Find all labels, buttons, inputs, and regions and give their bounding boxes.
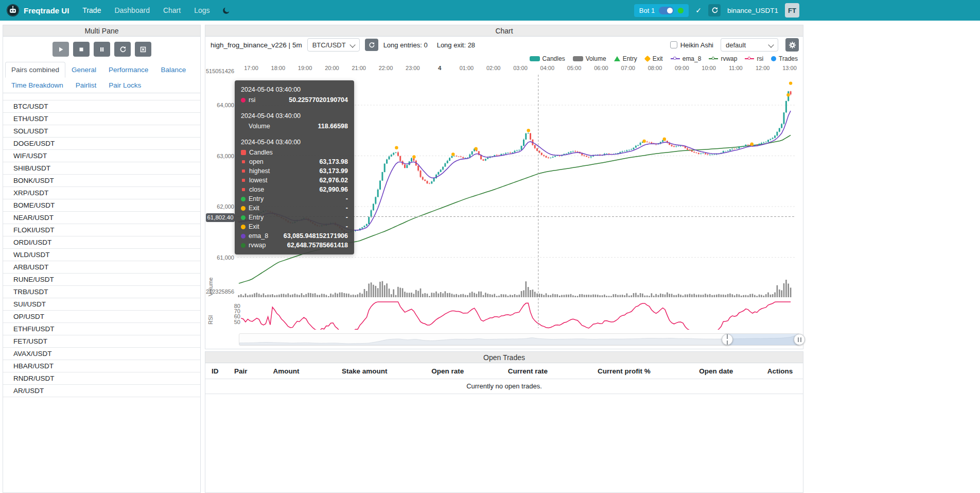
svg-text:4: 4 xyxy=(438,65,442,71)
pair-row[interactable]: XRP/USDT xyxy=(3,187,200,199)
col-actions[interactable]: Actions xyxy=(761,363,803,379)
forceexit-button[interactable] xyxy=(135,42,151,57)
nav-item[interactable]: Logs xyxy=(194,6,209,14)
pair-row[interactable]: SHIB/USDT xyxy=(3,162,200,175)
tab[interactable]: Pair Locks xyxy=(102,77,147,93)
legend-rsi[interactable]: rsi xyxy=(745,55,763,62)
datazoom-selection[interactable] xyxy=(727,334,799,345)
entry-marker-icon xyxy=(241,197,246,201)
reload-icon xyxy=(711,7,718,14)
exit-marker-icon xyxy=(241,225,246,229)
play-button[interactable] xyxy=(52,42,69,57)
pair-row[interactable]: OP/USDT xyxy=(3,311,200,323)
lowest-marker-icon xyxy=(242,179,245,182)
col-open-rate[interactable]: Open rate xyxy=(425,363,502,379)
bot-toggle-switch[interactable] xyxy=(659,7,674,14)
tab[interactable]: Time Breakdown xyxy=(5,77,69,93)
stop-icon xyxy=(78,46,85,53)
col-current-rate[interactable]: Current rate xyxy=(502,363,591,379)
pair-row[interactable]: ETH/USDT xyxy=(3,113,200,125)
candles-marker-icon xyxy=(241,150,246,155)
pair-row[interactable]: WIF/USDT xyxy=(3,150,200,162)
legend-trades[interactable]: Trades xyxy=(771,55,798,62)
pause-button[interactable] xyxy=(94,42,110,57)
legend-label: Trades xyxy=(779,55,798,62)
pair-row[interactable]: RNDR/USDT xyxy=(3,372,200,385)
legend-entry[interactable]: Entry xyxy=(614,55,637,62)
col-open-date[interactable]: Open date xyxy=(693,363,761,379)
svg-text:515051426: 515051426 xyxy=(206,68,234,74)
tooltip-row: Volume118.66598 xyxy=(241,122,348,131)
pair-row[interactable]: BTC/USDT xyxy=(3,100,200,113)
legend-label: rsi xyxy=(757,55,763,62)
tooltip-row: lowest62,976.02 xyxy=(241,176,348,185)
tooltip-date: 2024-05-04 03:40:00 xyxy=(241,138,348,147)
legend-candles[interactable]: Candles xyxy=(530,55,565,62)
tab[interactable]: Pairs combined xyxy=(5,62,65,78)
nav-item[interactable]: Chart xyxy=(163,6,181,14)
datazoom-handle-left[interactable] xyxy=(722,334,733,345)
datazoom-handle-right[interactable] xyxy=(794,334,805,345)
bot-online-dot-icon xyxy=(678,8,684,13)
plot-config-select[interactable]: default xyxy=(721,38,778,52)
legend-ema_8[interactable]: ema_8 xyxy=(671,55,702,62)
tab[interactable]: Balance xyxy=(154,62,192,78)
nav-item[interactable]: Dashboard xyxy=(114,6,150,14)
col-id[interactable]: ID xyxy=(205,363,228,379)
col-current-profit-[interactable]: Current profit % xyxy=(591,363,693,379)
legend-label: Entry xyxy=(623,55,637,62)
col-stake-amount[interactable]: Stake amount xyxy=(336,363,425,379)
legend-rvwap[interactable]: rvwap xyxy=(709,55,737,62)
svg-text:20:00: 20:00 xyxy=(325,65,339,71)
crosshair-price-label: 61,802.40 xyxy=(206,213,235,222)
svg-text:07:00: 07:00 xyxy=(621,65,635,71)
tab[interactable]: Performance xyxy=(102,62,154,78)
pair-select[interactable]: BTC/USDT xyxy=(307,38,360,52)
pair-row[interactable]: WLD/USDT xyxy=(3,249,200,261)
pair-row[interactable]: ETHFI/USDT xyxy=(3,323,200,335)
legend-volume[interactable]: Volume xyxy=(573,55,606,62)
svg-text:09:00: 09:00 xyxy=(675,65,689,71)
pair-row[interactable]: ARB/USDT xyxy=(3,261,200,274)
svg-text:12:00: 12:00 xyxy=(756,65,770,71)
pair-row[interactable]: AR/USDT xyxy=(3,385,200,397)
chart-panel-title: Chart xyxy=(205,25,803,37)
pair-row[interactable]: BOME/USDT xyxy=(3,199,200,212)
pair-row[interactable]: SUI/USDT xyxy=(3,298,200,311)
rvwap-line-icon xyxy=(709,58,718,59)
pair-row[interactable]: HBAR/USDT xyxy=(3,360,200,372)
tab[interactable]: Pairlist xyxy=(69,77,103,93)
reload-bot-button[interactable] xyxy=(708,4,721,16)
close-marker-icon xyxy=(242,188,245,191)
stop-button[interactable] xyxy=(73,42,90,57)
pair-row[interactable]: BONK/USDT xyxy=(3,175,200,187)
theme-toggle[interactable] xyxy=(222,6,231,14)
volume-marker-icon xyxy=(241,124,246,129)
plot-settings-button[interactable] xyxy=(785,38,799,52)
heikin-ashi-checkbox[interactable] xyxy=(670,41,677,48)
pair-row[interactable]: ORDI/USDT xyxy=(3,236,200,249)
pair-row[interactable]: NEAR/USDT xyxy=(3,212,200,224)
bot-selector[interactable]: Bot 1 xyxy=(634,4,689,17)
pair-row[interactable]: FLOKI/USDT xyxy=(3,224,200,236)
refresh-chart-button[interactable] xyxy=(365,39,378,51)
pair-row[interactable]: RUNE/USDT xyxy=(3,274,200,286)
tab[interactable]: General xyxy=(65,62,102,78)
nav-item[interactable]: Trade xyxy=(82,6,101,14)
legend-label: rvwap xyxy=(721,55,737,62)
svg-text:63,000: 63,000 xyxy=(217,153,234,159)
svg-text:18:00: 18:00 xyxy=(271,65,286,71)
legend-label: Candles xyxy=(542,55,565,62)
pair-row[interactable]: SOL/USDT xyxy=(3,125,200,138)
pair-row[interactable]: DOGE/USDT xyxy=(3,138,200,150)
col-amount[interactable]: Amount xyxy=(267,363,336,379)
avatar[interactable]: FT xyxy=(785,3,799,18)
reload-button[interactable] xyxy=(114,42,131,57)
datazoom-slider[interactable] xyxy=(239,333,800,346)
pair-row[interactable]: FET/USDT xyxy=(3,335,200,348)
col-pair[interactable]: Pair xyxy=(228,363,267,379)
pair-row[interactable]: TRB/USDT xyxy=(3,286,200,298)
pair-row[interactable]: AVAX/USDT xyxy=(3,348,200,360)
brand[interactable]: Freqtrade UI xyxy=(6,4,69,17)
legend-exit[interactable]: Exit xyxy=(645,55,663,62)
